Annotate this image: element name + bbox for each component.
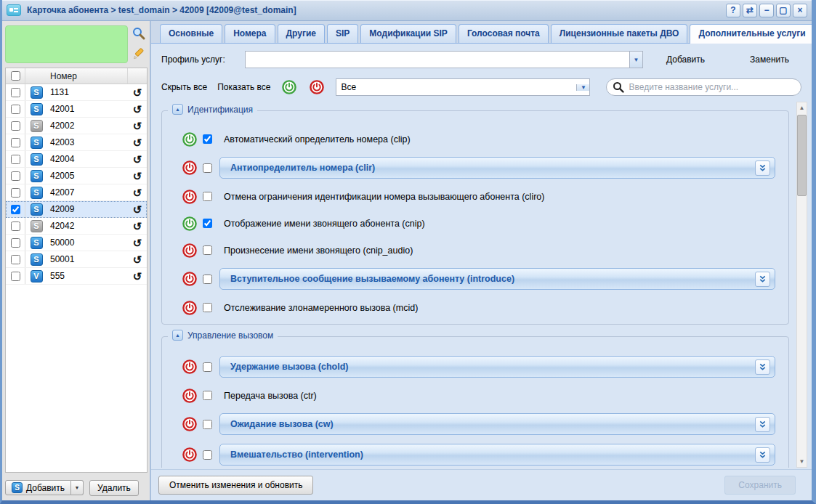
service-checkbox-mcid[interactable] [203,303,212,312]
history-icon[interactable]: ↺ [133,154,142,165]
subscriber-row-555[interactable]: V555↺ [6,268,147,285]
expand-button-cw[interactable] [755,417,770,432]
service-checkbox-chold[interactable] [203,362,212,372]
row-checkbox[interactable] [11,272,20,281]
service-checkbox-intervention[interactable] [203,450,212,460]
row-checkbox[interactable] [11,121,20,131]
service-expand-bar-intervention[interactable]: Вмешательство (intervention) [219,444,775,466]
row-checkbox[interactable] [11,221,20,231]
history-icon[interactable]: ↺ [133,121,142,131]
subscriber-row-42004[interactable]: S42004↺ [6,151,147,168]
history-icon[interactable]: ↺ [133,271,142,282]
power-toggle-clir[interactable] [182,160,197,175]
history-icon[interactable]: ↺ [133,137,142,148]
history-icon[interactable]: ↺ [133,237,142,248]
row-checkbox[interactable] [11,205,20,214]
expand-button-introduce[interactable] [755,272,770,287]
scroll-down-arrow[interactable]: ▼ [797,456,807,467]
service-checkbox-cnip[interactable] [203,219,212,228]
service-checkbox-cnip_audio[interactable] [203,245,212,255]
service-expand-bar-clir[interactable]: Антиопределитель номера (clir) [219,157,775,179]
subscriber-row-42007[interactable]: S42007↺ [6,184,147,201]
subscriber-row-42005[interactable]: S42005↺ [6,168,147,184]
category-select-arrow[interactable]: ▼ [576,84,589,91]
history-icon[interactable]: ↺ [133,204,142,215]
service-checkbox-ctr[interactable] [203,391,212,400]
refresh-button[interactable]: ⇄ [743,4,757,17]
cancel-and-refresh-button[interactable]: Отменить изменения и обновить [158,476,313,495]
profile-replace-button[interactable]: Заменить [750,54,789,65]
service-checkbox-clip[interactable] [203,134,212,144]
hide-all-button[interactable]: Скрыть все [161,82,207,92]
enable-all-icon[interactable] [282,80,296,94]
delete-subscriber-button[interactable]: Удалить [89,480,139,496]
history-icon[interactable]: ↺ [133,104,142,115]
service-profile-input[interactable] [246,52,629,68]
tab-dvo-license-packages[interactable]: Лицензионные пакеты ДВО [551,24,688,43]
power-toggle-clip[interactable] [182,132,197,147]
tab-numbers[interactable]: Номера [225,24,275,43]
history-icon[interactable]: ↺ [133,254,142,265]
close-button[interactable]: × [793,4,807,17]
subscriber-row-42001[interactable]: S42001↺ [6,101,147,118]
vertical-scrollbar[interactable]: ▲ ▼ [796,102,807,468]
search-subscriber-button[interactable] [130,25,148,43]
show-all-button[interactable]: Показать все [217,82,270,92]
service-search-input[interactable] [606,78,801,96]
subscriber-row-50000[interactable]: S50000↺ [6,235,147,251]
power-toggle-cnip_audio[interactable] [182,243,197,258]
tab-sip-modifications[interactable]: Модификации SIP [360,24,456,43]
power-toggle-cliro[interactable] [182,190,197,204]
expand-button-chold[interactable] [755,359,770,375]
tab-voicemail[interactable]: Голосовая почта [459,24,549,43]
row-checkbox[interactable] [11,155,20,164]
row-checkbox[interactable] [11,138,20,147]
power-toggle-intervention[interactable] [182,447,197,462]
subscriber-row-42042[interactable]: S42042↺ [6,218,147,235]
service-checkbox-cliro[interactable] [203,192,212,201]
subscriber-row-42009[interactable]: S42009↺ [6,201,147,218]
row-checkbox[interactable] [11,105,20,114]
service-checkbox-introduce[interactable] [203,275,212,284]
scrollbar-thumb[interactable] [797,115,807,196]
help-button[interactable]: ? [726,4,740,17]
tab-sip[interactable]: SIP [327,24,358,43]
tab-additional-services[interactable]: Дополнительные услуги [690,24,814,44]
category-select[interactable]: Все ▼ [336,78,590,96]
power-toggle-chold[interactable] [182,359,197,374]
row-checkbox[interactable] [11,238,20,248]
expand-button-intervention[interactable] [755,447,770,463]
profile-add-button[interactable]: Добавить [666,54,705,65]
service-checkbox-clir[interactable] [203,163,212,173]
save-button[interactable]: Сохранить [724,476,796,495]
select-all-checkbox[interactable] [11,71,20,81]
service-expand-bar-chold[interactable]: Удержание вызова (chold) [219,356,775,378]
subscriber-row-50001[interactable]: S50001↺ [6,251,147,268]
maximize-button[interactable]: ▢ [776,4,791,17]
history-icon[interactable]: ↺ [133,221,142,232]
tab-main[interactable]: Основные [160,24,222,43]
add-subscriber-button[interactable]: S Добавить [5,480,71,495]
history-icon[interactable]: ↺ [133,187,142,198]
scrollbar-track[interactable] [797,113,807,456]
disable-all-icon[interactable] [310,80,324,94]
service-profile-dropdown-arrow[interactable]: ▼ [629,52,642,68]
power-toggle-cw[interactable] [182,417,197,431]
power-toggle-mcid[interactable] [182,301,197,315]
edit-subscriber-button[interactable] [130,46,148,63]
row-checkbox[interactable] [11,88,20,97]
service-expand-bar-introduce[interactable]: Вступительное сообщение вызываемому абон… [219,268,775,290]
subscriber-row-42003[interactable]: S42003↺ [6,134,147,151]
tab-other[interactable]: Другие [278,24,325,43]
section-collapse-button[interactable]: ▲ [172,104,183,115]
subscriber-row-42002[interactable]: S42002↺ [6,118,147,134]
row-checkbox[interactable] [11,255,20,264]
power-toggle-cnip[interactable] [182,216,197,231]
power-toggle-introduce[interactable] [182,272,197,286]
service-expand-bar-cw[interactable]: Ожидание вызова (cw) [219,413,775,435]
expand-button-clir[interactable] [755,160,770,176]
row-checkbox[interactable] [11,188,20,198]
history-icon[interactable]: ↺ [133,171,142,182]
add-subscriber-dropdown-arrow[interactable]: ▼ [71,480,84,495]
row-checkbox[interactable] [11,171,20,181]
